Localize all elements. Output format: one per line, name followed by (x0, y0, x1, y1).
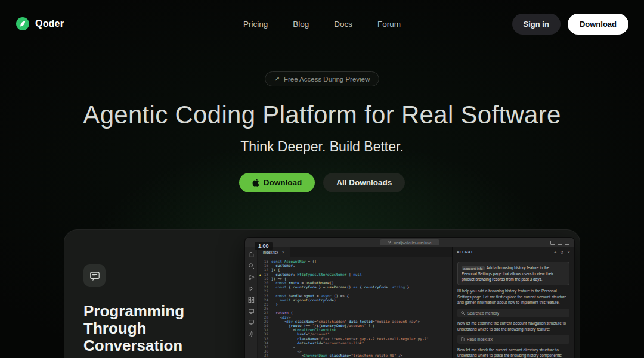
code-line: 20 const route = usePathname() (258, 281, 452, 285)
settings-icon[interactable] (248, 331, 255, 337)
new-chat-icon[interactable]: + (554, 250, 556, 255)
project-search[interactable]: nextjs-starter-medusa (380, 239, 440, 245)
assistant-text: Now let me check the current account dir… (457, 347, 569, 358)
ide-body: index.tsx × 15const AccountNav = ({16 cu… (245, 247, 574, 358)
code-line: 34 data-testid="account-main-link" (258, 341, 452, 345)
header-download-button[interactable]: Download (568, 14, 628, 35)
code-line: 35 > (258, 345, 452, 349)
code-line: 30 {route !== `/${countryCode}/account` … (258, 323, 452, 328)
chat-icon[interactable] (248, 319, 255, 326)
search-icon (388, 241, 392, 244)
chat-blocks: account-infoAdd a browsing history featu… (453, 257, 574, 358)
tab-bar: index.tsx × (258, 247, 452, 257)
code-line: 18 customer: HttpTypes.StoreCustomer | n… (258, 272, 452, 276)
search-icon (461, 311, 465, 315)
remote-icon[interactable] (248, 308, 255, 315)
chat-title: AI CHAT (457, 250, 473, 254)
code-line: 37 <ChevronDown className="transform rot… (258, 353, 452, 357)
preview-badge[interactable]: ↗ Free Access During Preview (265, 71, 380, 86)
code-line: 15const AccountNav = ({ (258, 259, 452, 263)
run-debug-icon[interactable] (248, 285, 255, 292)
site-header: Qoder Pricing Blog Docs Forum Sign in Do… (0, 0, 644, 48)
code-line: 24 await signout(countryCode) (258, 298, 452, 302)
ide-titlebar: nextjs-starter-medusa (245, 238, 574, 247)
code-line: 26 (258, 306, 452, 310)
code-line: 21 const { countryCode } = useParams() a… (258, 285, 452, 289)
download-mac-button[interactable]: Download (239, 173, 315, 192)
nav-blog[interactable]: Blog (293, 20, 309, 29)
badge-text: Free Access During Preview (284, 76, 370, 83)
tool-row[interactable]: Searched memory (457, 309, 569, 317)
header-actions: Sign in Download (512, 14, 628, 35)
tab-label: index.tsx (263, 250, 278, 254)
nav-forum[interactable]: Forum (377, 20, 401, 29)
close-icon[interactable]: × (282, 250, 284, 255)
code-line: 23 const handleLogout = async () => { (258, 294, 452, 298)
close-icon[interactable]: × (568, 250, 570, 255)
assistant-text: I'll help you add a browsing history fea… (457, 288, 569, 305)
assistant-text: Now let me examine the current account n… (457, 320, 569, 331)
source-control-icon[interactable] (248, 274, 255, 281)
code-line: 22 (258, 289, 452, 293)
hero-cta: Download All Downloads (0, 173, 644, 192)
qoder-landing-page: Qoder Pricing Blog Docs Forum Sign in Do… (0, 0, 644, 358)
code-line: 27 return ( (258, 310, 452, 315)
nav-docs[interactable]: Docs (334, 20, 352, 29)
ai-chat-panel: AI CHAT + ↺ × account-infoAdd a browsing… (452, 247, 574, 358)
editor-pane: index.tsx × 15const AccountNav = ({16 cu… (258, 247, 452, 358)
hero-section: ↗ Free Access During Preview Agentic Cod… (0, 48, 644, 192)
nav-pricing[interactable]: Pricing (243, 20, 268, 29)
code-line: 31 <LocalizedClientLink (258, 328, 452, 332)
chat-bubble-icon (83, 264, 106, 287)
brand-name: Qoder (35, 18, 64, 29)
code-line: 36 <> (258, 349, 452, 353)
chat-header-icons: + ↺ × (554, 250, 570, 255)
playback-speed-overlay: 1.00 (255, 242, 273, 250)
feature-heading: Programming Through Conversation (83, 303, 203, 354)
project-name: nextjs-starter-medusa (394, 241, 432, 245)
main-nav: Pricing Blog Docs Forum (243, 20, 401, 29)
tool-row[interactable]: Read index.tsx (457, 335, 569, 344)
hero-subtitle: Think Deeper. Build Better. (0, 139, 644, 155)
code-line: 17}: { (258, 267, 452, 272)
code-line: 28 <div> (258, 315, 452, 319)
chat-user-message: account-infoAdd a browsing history featu… (457, 262, 569, 285)
apple-icon (252, 179, 259, 187)
download-label: Download (264, 178, 302, 187)
all-downloads-button[interactable]: All Downloads (323, 173, 405, 192)
extensions-icon[interactable] (248, 297, 255, 303)
history-icon[interactable]: ↺ (560, 250, 564, 255)
code-line: 19}) => { (258, 276, 452, 281)
context-tag: account-info (462, 266, 485, 270)
qoder-logo-icon (16, 17, 30, 31)
files-icon[interactable] (248, 251, 255, 258)
code-line: 16 customer, (258, 263, 452, 267)
code-line: 33 className="flex items-center gap-x-2 … (258, 337, 452, 341)
file-icon (461, 337, 465, 341)
code-line: 29 <div className="small:hidden" data-te… (258, 319, 452, 323)
hero-title: Agentic Coding Platform for Real Softwar… (0, 101, 644, 129)
ide-window: 1.00 nextjs-starter-medusa index.tsx (244, 237, 575, 358)
search-icon[interactable] (248, 263, 255, 269)
chat-header: AI CHAT + ↺ × (453, 247, 574, 257)
layout-toggle-icons[interactable] (550, 241, 569, 245)
activity-bar (245, 247, 258, 358)
feature-card: Programming Through Conversation 1.00 ne… (64, 229, 580, 358)
arrow-up-right-icon: ↗ (274, 75, 280, 83)
code-lines: 15const AccountNav = ({16 customer,17}: … (258, 257, 452, 358)
sign-in-button[interactable]: Sign in (512, 14, 561, 35)
code-line: 32 href="/account" (258, 332, 452, 336)
brand[interactable]: Qoder (16, 17, 64, 31)
code-line: 25 } (258, 302, 452, 306)
